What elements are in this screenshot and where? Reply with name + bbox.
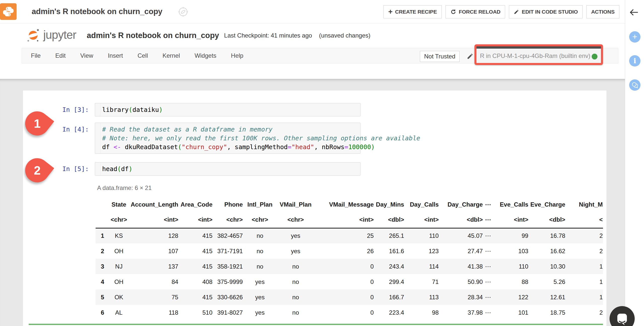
dataframe-caption: A data.frame: 6 × 21: [97, 184, 152, 191]
code-line: # Read the dataset as a R dataframe in m…: [102, 125, 360, 134]
table-header-cell: Day_Charge: [439, 197, 483, 212]
python-notebook-icon: [2, 5, 15, 18]
table-cell: 71: [404, 274, 439, 289]
table-cell: 118: [128, 305, 179, 320]
table-header-cell: Area_Code: [179, 197, 213, 212]
code-cell-in4[interactable]: # Read the dataset as a R dataframe in m…: [95, 123, 360, 154]
menu-insert[interactable]: Insert: [108, 52, 123, 59]
table-type-cell: <dbl>: [439, 212, 483, 228]
jupyter-logo-icon[interactable]: [26, 27, 41, 44]
menu-widgets[interactable]: Widgets: [194, 52, 216, 59]
table-cell: 113: [404, 289, 439, 305]
table-cell: yes: [277, 243, 314, 259]
table-type-cell: <: [566, 212, 603, 228]
table-row: 4OH84408375-9999yesno0299.47150.90⋯885.2…: [96, 274, 603, 289]
edit-kernel-pencil-icon[interactable]: [467, 53, 474, 61]
table-header-cell: Day_Calls: [404, 197, 439, 212]
menu-cell[interactable]: Cell: [138, 52, 148, 59]
table-cell: ⋯: [483, 259, 493, 274]
table-cell: 114: [404, 259, 439, 274]
top-bar: admin's R notebook on churn_copy + CREAT…: [0, 0, 625, 23]
menu-file[interactable]: File: [31, 52, 41, 59]
table-cell: 88: [493, 274, 529, 289]
discussions-panel-button[interactable]: [629, 79, 640, 91]
table-cell: 5.26: [529, 274, 566, 289]
info-panel-button[interactable]: i: [629, 55, 640, 67]
table-cell: 0: [314, 274, 374, 289]
table-row: 3NJ137415358-1921nono0243.411441.38⋯1101…: [96, 259, 603, 274]
table-header-cell: Account_Length: [128, 197, 179, 212]
table-cell: no: [277, 305, 314, 320]
jupyter-logo-text[interactable]: jupyter: [43, 28, 76, 42]
code-line: # Note: here, we only read the first 100…: [102, 134, 360, 143]
table-cell: AL: [109, 305, 128, 320]
table-cell: no: [243, 228, 277, 243]
dataiku-notebook-logo[interactable]: [0, 3, 17, 20]
table-type-cell: [96, 212, 109, 228]
actions-button[interactable]: ACTIONS: [586, 5, 619, 18]
table-cell: 243.4: [374, 259, 405, 274]
table-header-cell: Day_Mins: [374, 197, 405, 212]
annotation-step-number: 1: [25, 111, 49, 136]
table-type-cell: <chr>: [109, 212, 128, 228]
force-reload-button[interactable]: FORCE RELOAD: [446, 5, 505, 18]
table-cell: 84: [128, 274, 179, 289]
notebook-scroll-area[interactable]: In [3]: library(dataiku) In [4]: # Read …: [0, 79, 625, 326]
table-cell: 107: [128, 243, 179, 259]
code-line: df <- dkuReadDataset("churn_copy", sampl…: [102, 143, 360, 151]
plus-icon: +: [632, 32, 637, 42]
table-cell: 0: [314, 289, 374, 305]
code-cell-in3[interactable]: library(dataiku): [95, 103, 360, 116]
not-trusted-badge[interactable]: Not Trusted: [420, 51, 460, 62]
notebook-page: In [3]: library(dataiku) In [4]: # Read …: [23, 90, 607, 326]
notebook-title[interactable]: admin's R notebook on churn_copy: [87, 31, 219, 40]
table-cell: 122: [493, 289, 529, 305]
collapse-panel-button[interactable]: [629, 7, 639, 19]
table-cell: 1: [566, 289, 603, 305]
create-recipe-button[interactable]: + CREATE RECIPE: [383, 5, 442, 18]
table-cell: 28.34: [439, 289, 483, 305]
table-cell: 358-1921: [213, 259, 243, 274]
table-cell: 1: [566, 259, 603, 274]
menu-edit[interactable]: Edit: [55, 52, 66, 59]
table-row: 2OH107415371-7191noyes26161.612327.47⋯10…: [96, 243, 603, 259]
table-cell: NJ: [109, 259, 128, 274]
code-cell-in5[interactable]: head(df): [95, 162, 360, 176]
plus-icon: +: [388, 7, 392, 16]
table-row-index: 1: [96, 228, 109, 243]
table-cell: 50.90: [439, 274, 483, 289]
table-cell: 391-8027: [213, 305, 243, 320]
table-cell: 101: [493, 305, 529, 320]
table-cell: 110: [493, 259, 529, 274]
annotation-pin-2: 2: [25, 158, 49, 182]
table-row: 6AL118510391-8027yesno0223.49837.98⋯1011…: [96, 305, 603, 320]
edit-in-code-studio-button[interactable]: EDIT IN CODE STUDIO: [509, 5, 583, 18]
annotation-pin-1: 1: [25, 111, 49, 136]
table-cell: 415: [179, 259, 213, 274]
menu-kernel[interactable]: Kernel: [163, 52, 180, 59]
table-cell: 37.98: [439, 305, 483, 320]
table-header-cell: Eve_Calls: [493, 197, 529, 212]
page-title: admin's R notebook on churn_copy: [32, 0, 162, 23]
table-cell: OH: [109, 243, 128, 259]
kernel-name[interactable]: R in CPU-M-1-cpu-4Gb-Ram (builtin env): [480, 49, 590, 63]
table-row-index: 5: [96, 289, 109, 305]
table-cell: yes: [243, 305, 277, 320]
table-cell: ⋯: [483, 274, 493, 289]
help-chat-widget[interactable]: [610, 306, 635, 326]
table-cell: ⋯: [483, 228, 493, 243]
table-header-cell: Eve_Charge: [529, 197, 566, 212]
table-header-cell: Intl_Plan: [243, 197, 277, 212]
annotation-step-number: 2: [25, 158, 49, 182]
table-cell: 12.61: [529, 289, 566, 305]
table-type-row: <chr><int><int><chr><chr><chr><int><dbl>…: [96, 212, 603, 228]
table-cell: no: [277, 289, 314, 305]
menu-help[interactable]: Help: [231, 52, 243, 59]
add-panel-button[interactable]: +: [629, 31, 640, 43]
menu-view[interactable]: View: [80, 52, 93, 59]
table-cell: 26: [314, 243, 374, 259]
table-cell: 166.7: [374, 289, 405, 305]
table-cell: 415: [179, 289, 213, 305]
info-icon: i: [633, 57, 636, 65]
table-cell: 16.62: [529, 243, 566, 259]
